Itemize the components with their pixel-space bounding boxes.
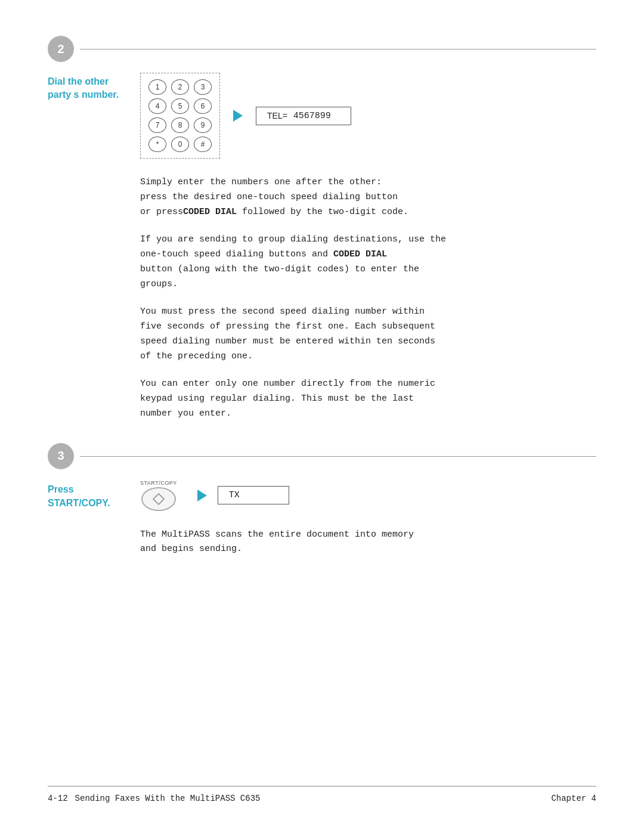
key-9: 9 — [194, 117, 212, 133]
step3-number: 3 — [57, 449, 64, 463]
page: 2 Dial the otherparty s number. 1 2 3 4 … — [0, 0, 644, 833]
arrow2-icon — [197, 490, 207, 501]
key-8: 8 — [171, 117, 189, 133]
arrow-icon — [233, 110, 243, 122]
step2-header: 2 — [48, 36, 596, 62]
step3-label: Press START/COPY. — [48, 483, 140, 510]
key-hash: # — [194, 137, 212, 152]
key-2: 2 — [171, 79, 189, 95]
key-3: 3 — [194, 79, 212, 95]
footer: 4-12 Sending Faxes With the MultiPASS C6… — [48, 786, 596, 803]
start-copy-button-label: START/COPY — [140, 480, 177, 486]
key-6: 6 — [194, 98, 212, 114]
step2-line — [80, 49, 596, 49]
svg-marker-0 — [153, 494, 164, 504]
footer-right-text: Chapter 4 — [551, 794, 596, 803]
tel-prefix: TEL= — [267, 111, 287, 120]
key-4: 4 — [148, 98, 166, 114]
step3-para: The MultiPASS scans the entire document … — [140, 528, 596, 558]
step3-label-line1: Press — [48, 484, 74, 494]
step2-para2: If you are sending to group dialing dest… — [140, 233, 596, 292]
step3-circle: 3 — [48, 443, 74, 469]
step2-content: Dial the otherparty s number. 1 2 3 4 5 … — [48, 73, 596, 159]
step2-para1: Simply enter the numbers one after the o… — [140, 175, 596, 219]
tx-text: TX — [229, 490, 240, 500]
tel-number: 4567899 — [293, 111, 331, 121]
step3-header: 3 — [48, 443, 596, 469]
step2-circle: 2 — [48, 36, 74, 62]
key-star: * — [148, 137, 166, 152]
tel-display: TEL= 4567899 — [256, 107, 351, 125]
footer-left: 4-12 Sending Faxes With the MultiPASS C6… — [48, 794, 260, 803]
key-1: 1 — [148, 79, 166, 95]
key-5: 5 — [171, 98, 189, 114]
keypad-wrapper: 1 2 3 4 5 6 7 8 9 * 0 # TEL= 4567899 — [140, 73, 351, 159]
keypad: 1 2 3 4 5 6 7 8 9 * 0 # — [140, 73, 220, 159]
tx-display: TX — [218, 486, 289, 504]
step3-controls: START/COPY TX — [140, 480, 289, 511]
start-copy-circle — [141, 487, 176, 511]
step2-para4: You can enter only one number directly f… — [140, 377, 596, 421]
diamond-icon — [152, 493, 165, 506]
key-7: 7 — [148, 117, 166, 133]
step3-content: Press START/COPY. START/COPY — [48, 480, 596, 511]
step2-label: Dial the otherparty s number. — [48, 75, 140, 102]
step3-line — [80, 456, 596, 457]
footer-page-number: 4-12 — [48, 794, 68, 803]
footer-left-text: Sending Faxes With the MultiPASS C635 — [75, 794, 261, 803]
step2-para3: You must press the second speed dialing … — [140, 305, 596, 364]
step3-label-line2: START/COPY. — [48, 498, 110, 508]
step2-number: 2 — [57, 42, 64, 56]
step3-section: 3 Press START/COPY. START/COPY — [48, 443, 596, 558]
start-copy-button-icon: START/COPY — [140, 480, 177, 511]
key-0: 0 — [171, 137, 189, 152]
